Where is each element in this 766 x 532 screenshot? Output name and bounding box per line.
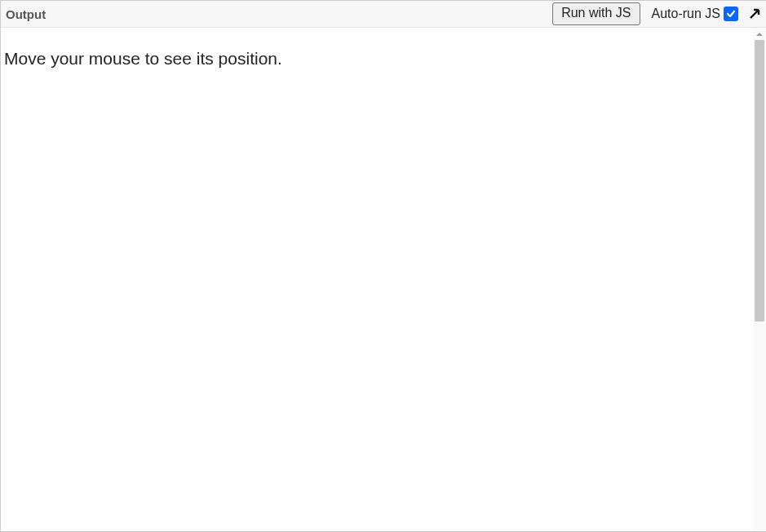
autorun-toggle[interactable]: Auto-run JS	[652, 7, 738, 21]
status-message: Move your mouse to see its position.	[4, 49, 282, 69]
autorun-label: Auto-run JS	[652, 7, 720, 21]
run-with-js-button[interactable]: Run with JS	[552, 2, 640, 25]
output-panel: Output Run with JS Auto-run JS Move your…	[0, 0, 766, 532]
panel-header: Output Run with JS Auto-run JS	[1, 1, 766, 28]
panel-title: Output	[6, 7, 46, 21]
scroll-thumb[interactable]	[755, 40, 764, 321]
autorun-checkbox[interactable]	[724, 7, 738, 21]
scroll-up-arrow-icon[interactable]	[754, 29, 765, 40]
vertical-scrollbar[interactable]	[753, 28, 766, 531]
output-viewport: Move your mouse to see its position.	[1, 28, 766, 531]
expand-arrow-icon[interactable]	[746, 6, 763, 22]
